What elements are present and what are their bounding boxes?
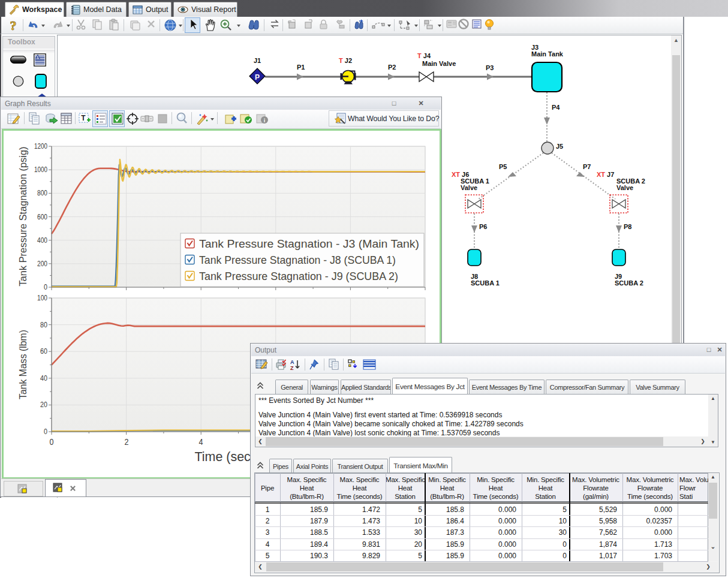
svg-text:Main Tank: Main Tank: [531, 50, 564, 58]
svg-text:J1: J1: [254, 57, 261, 64]
svg-text:T J4: T J4: [417, 52, 431, 59]
svg-text:P6: P6: [479, 223, 487, 230]
svg-text:P7: P7: [583, 163, 591, 170]
svg-text:P3: P3: [486, 64, 494, 71]
svg-text:XT J7: XT J7: [597, 171, 614, 178]
svg-text:i: i: [264, 118, 266, 124]
svg-text:SCUBA 1: SCUBA 1: [471, 279, 500, 287]
svg-text:P8: P8: [624, 223, 631, 230]
svg-text:P5: P5: [499, 163, 507, 170]
svg-text:P2: P2: [388, 64, 396, 71]
svg-text:Z: Z: [290, 365, 294, 371]
svg-text:Main Valve: Main Valve: [422, 60, 456, 67]
svg-text:T: T: [81, 114, 86, 122]
svg-text:J5: J5: [556, 143, 563, 150]
svg-text:P: P: [255, 73, 260, 82]
svg-text:SCUBA 2: SCUBA 2: [615, 279, 643, 287]
svg-text:A: A: [290, 359, 294, 365]
svg-text:Valve: Valve: [461, 184, 477, 191]
svg-text:P4: P4: [552, 104, 560, 111]
svg-text:Valve: Valve: [616, 184, 633, 191]
svg-text:T J2: T J2: [339, 57, 352, 64]
svg-text:P1: P1: [297, 64, 305, 71]
